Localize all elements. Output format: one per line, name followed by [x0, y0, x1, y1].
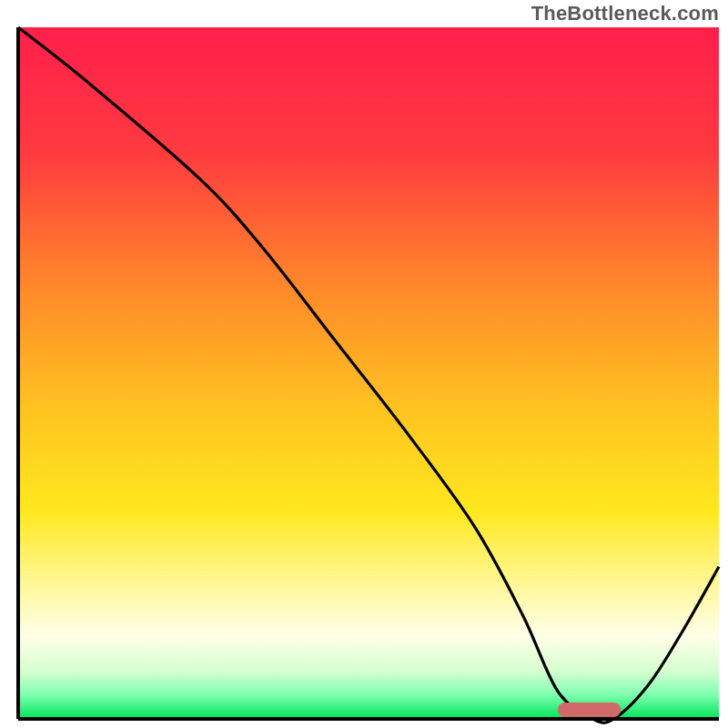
bottleneck-chart: TheBottleneck.com — [0, 0, 728, 728]
plot-background — [18, 27, 719, 719]
chart-svg — [0, 0, 728, 728]
attribution-text: TheBottleneck.com — [531, 2, 719, 25]
optimal-marker — [558, 703, 621, 717]
